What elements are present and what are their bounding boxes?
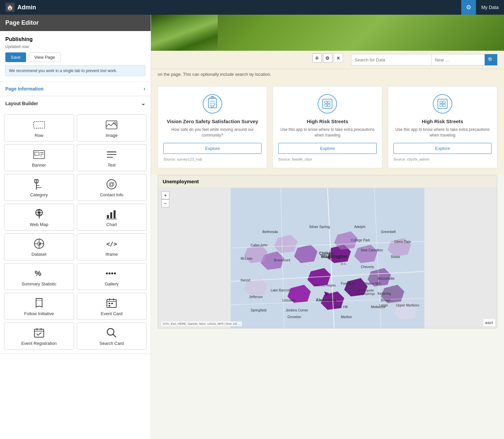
- layout-item-contact-info[interactable]: @ Contact Info: [77, 174, 147, 201]
- sidebar-header: Page Editor: [0, 15, 151, 31]
- svg-point-32: [114, 272, 116, 274]
- layout-item-event-registration[interactable]: Event Registration: [4, 322, 74, 350]
- nav-left: 🏠 Admin: [5, 3, 36, 12]
- home-icon: 🏠: [7, 4, 13, 11]
- layout-item-web-map[interactable]: Web Map: [4, 204, 74, 231]
- top-nav: 🏠 Admin ⚙ My Data: [0, 0, 504, 15]
- explore-button-1[interactable]: Explore: [278, 143, 376, 154]
- svg-rect-54: [325, 101, 327, 103]
- layout-grid: Row Image: [0, 111, 151, 354]
- svg-rect-37: [109, 303, 110, 304]
- svg-text:</>: </>: [106, 240, 117, 247]
- gear-nav-button[interactable]: ⚙: [461, 0, 476, 15]
- layout-builder-label: Layout Builder: [5, 101, 38, 106]
- svg-point-30: [109, 272, 111, 274]
- event-registration-icon: [33, 327, 45, 338]
- layout-item-chart[interactable]: Chart: [77, 204, 147, 231]
- page-info-header[interactable]: Page Information ›: [0, 82, 151, 96]
- svg-text:Upper Marlboro: Upper Marlboro: [396, 303, 419, 307]
- layout-item-iframe[interactable]: </> Iframe: [77, 233, 147, 260]
- event-card-icon: [106, 298, 118, 308]
- web-map-label: Web Map: [30, 222, 48, 227]
- search-data-input[interactable]: [351, 54, 431, 65]
- svg-rect-38: [111, 303, 113, 304]
- image-label: Image: [106, 133, 118, 138]
- my-data-link[interactable]: My Data: [481, 5, 499, 10]
- cards-area: Vision Zero Safety Satisfaction Survey H…: [151, 79, 504, 175]
- row-label: Row: [35, 133, 43, 138]
- svg-text:Lincolnia: Lincolnia: [283, 298, 296, 302]
- zoom-out-button[interactable]: −: [161, 199, 169, 207]
- svg-text:New Carrollton: New Carrollton: [361, 248, 383, 252]
- svg-rect-56: [325, 104, 327, 106]
- close-control-button[interactable]: ✕: [334, 53, 343, 63]
- card-icon-0: [202, 93, 223, 115]
- svg-text:Jenkins Corner: Jenkins Corner: [286, 308, 309, 312]
- follow-initiative-label: Follow Initiative: [24, 311, 54, 316]
- follow-initiative-icon: [33, 298, 45, 308]
- settings-control-button[interactable]: ⚙: [323, 53, 332, 63]
- widget-controls: ✛ ⚙ ✕: [312, 53, 343, 63]
- near-input[interactable]: [431, 54, 485, 65]
- svg-rect-39: [109, 305, 110, 306]
- svg-text:D.C.: D.C.: [341, 262, 347, 265]
- svg-rect-20: [107, 215, 109, 218]
- svg-text:Lake Barcroft: Lake Barcroft: [271, 288, 291, 292]
- layout-item-follow-initiative[interactable]: Follow Initiative: [4, 293, 74, 320]
- event-registration-label: Event Registration: [21, 341, 57, 346]
- app-card-1: High Risk Streets Use this app to know w…: [273, 86, 382, 168]
- card-title-2: High Risk Streets: [422, 119, 463, 124]
- layout-item-image[interactable]: Image: [77, 115, 147, 142]
- layout-builder-arrow: ⌄: [141, 100, 145, 106]
- layout-item-text[interactable]: Text: [77, 144, 147, 171]
- layout-item-search-card[interactable]: Search Card: [77, 322, 147, 350]
- layout-item-category[interactable]: Category: [4, 174, 74, 201]
- page-info-label: Page Information: [5, 86, 43, 91]
- app-title: Admin: [17, 4, 36, 11]
- card-desc-1: Use this app to know where to take extra…: [278, 127, 376, 138]
- svg-text:lIwood: lIwood: [241, 278, 250, 282]
- view-page-button[interactable]: View Page: [29, 52, 61, 62]
- layout-item-dataset[interactable]: ★ Dataset: [4, 233, 74, 260]
- zoom-in-button[interactable]: +: [161, 191, 169, 199]
- svg-text:Brookmont: Brookmont: [274, 258, 291, 262]
- nav-right: ⚙ My Data: [461, 0, 499, 15]
- card-source-0: Source: survey123_hub: [163, 157, 202, 161]
- layout-item-banner[interactable]: Banner: [4, 144, 74, 171]
- svg-text:@: @: [109, 181, 115, 188]
- page-editor-title: Page Editor: [5, 19, 39, 26]
- summary-statistic-label: Summary Statistic: [21, 281, 56, 286]
- move-control-button[interactable]: ✛: [312, 53, 322, 63]
- layout-item-gallery[interactable]: Gallery: [77, 263, 147, 290]
- search-go-button[interactable]: 🔍: [485, 54, 497, 65]
- publishing-title: Publishing: [5, 36, 145, 42]
- search-card-icon: [106, 327, 118, 338]
- map-container[interactable]: Bethesda Silver Spring Adelphi Greenbelt…: [158, 188, 497, 328]
- layout-item-event-card[interactable]: Event Card: [77, 293, 147, 320]
- explore-button-0[interactable]: Explore: [163, 143, 262, 154]
- layout-item-summary-statistic[interactable]: % Summary Statistic: [4, 263, 74, 290]
- btn-row: Save View Page: [5, 52, 145, 62]
- svg-text:%: %: [35, 269, 41, 277]
- layout-item-row[interactable]: Row: [4, 115, 74, 142]
- dataset-icon: ★: [33, 238, 45, 249]
- search-go-icon: 🔍: [488, 57, 494, 63]
- svg-text:Forestville: Forestville: [341, 282, 356, 285]
- web-map-icon: [33, 209, 45, 219]
- svg-rect-22: [114, 210, 116, 218]
- text-label: Text: [108, 163, 116, 168]
- layout-builder-header[interactable]: Layout Builder ⌄: [0, 96, 151, 111]
- svg-rect-0: [33, 122, 44, 128]
- save-button[interactable]: Save: [5, 52, 26, 62]
- svg-text:Jefferson: Jefferson: [249, 295, 263, 299]
- page-info-accordion: Page Information ›: [0, 82, 151, 96]
- search-area: ✛ ⚙ ✕ 🔍: [151, 51, 504, 69]
- home-icon-box[interactable]: 🏠: [5, 3, 15, 12]
- svg-text:Mellwood: Mellwood: [371, 305, 385, 309]
- svg-text:Springfield: Springfield: [251, 308, 267, 312]
- svg-point-18: [38, 212, 40, 214]
- explore-button-2[interactable]: Explore: [393, 143, 492, 154]
- card-desc-2: Use this app to know where to take extra…: [393, 127, 492, 138]
- app-card-0: Vision Zero Safety Satisfaction Survey H…: [158, 86, 267, 168]
- svg-rect-59: [438, 99, 447, 108]
